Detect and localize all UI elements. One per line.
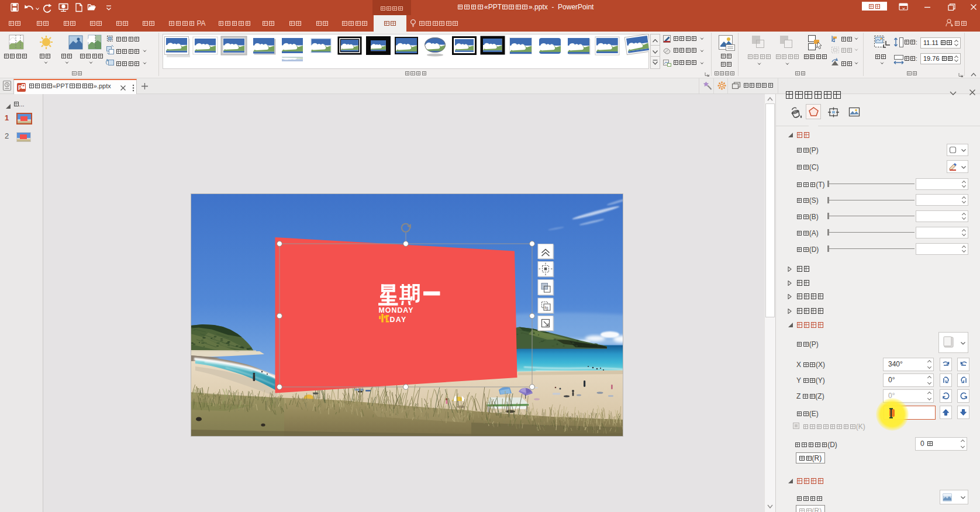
svg-text:fg: fg (545, 306, 548, 310)
svg-text:P: P (18, 85, 22, 91)
svg-text:DAY: DAY (390, 316, 407, 324)
svg-text:MONDAY: MONDAY (379, 306, 414, 314)
